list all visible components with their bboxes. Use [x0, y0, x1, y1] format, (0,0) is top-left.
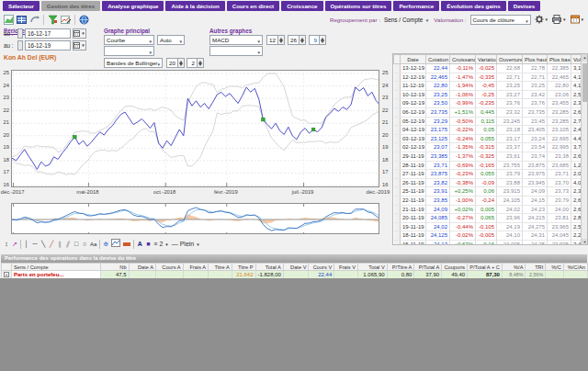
parallel-channel-tool-icon[interactable]: ∥	[63, 240, 73, 249]
quote-row[interactable]: 25-11-1923,91+0,25%0,0623,91524,0923,732…	[394, 187, 583, 197]
quotes-scrollbar[interactable]: ▲ ▼	[581, 54, 587, 245]
scale-select[interactable]: Auto▼	[157, 35, 185, 45]
perf-col-cours_v[interactable]: Cours V	[309, 264, 334, 271]
quote-row[interactable]: 11-12-1922,80-1,94%-0,4523,2523,2522,804…	[394, 82, 583, 91]
perf-col-titre_a[interactable]: Titre A	[209, 264, 232, 271]
perf-col-frais_a[interactable]: Frais A	[183, 264, 209, 271]
perf-col-tri[interactable]: TRI	[526, 264, 546, 271]
au-spinner[interactable]	[17, 40, 23, 51]
perf-col-cours_a[interactable]: Cours A	[155, 264, 183, 271]
scroll-down-icon[interactable]: ▼	[582, 239, 588, 245]
quote-row[interactable]: 27-11-1923,875-0,23%0,05523,7923,97523,7…	[394, 170, 583, 179]
indicator-select[interactable]: MACD▼	[209, 35, 263, 45]
line-style-select[interactable]: — Plein ▼	[172, 240, 200, 250]
export-icon[interactable]	[29, 15, 40, 25]
macd-fast-stepper[interactable]: 12	[266, 35, 285, 45]
columns-button[interactable]: ▼	[571, 15, 584, 24]
parallel-lines-tool-icon[interactable]: ∥	[57, 240, 62, 249]
quote-row[interactable]: 15-11-1924,13+0,67%0,1624,00524,2523,935…	[394, 240, 583, 245]
au-date-input[interactable]	[25, 40, 71, 51]
tab-analyse-graphique[interactable]: Analyse graphique	[102, 1, 164, 11]
quote-row[interactable]: 21-11-1924,09+0,02%0,00524,0224,2324,002…	[394, 205, 583, 214]
du-spinner[interactable]	[17, 28, 23, 39]
perf-col-date_v[interactable]: Date V	[283, 264, 309, 271]
quote-row[interactable]: 10-12-1923,25-1,06%-0,2523,2723,4223,062…	[394, 90, 583, 99]
text-tool-icon[interactable]: Aa	[90, 240, 96, 249]
tab-devises[interactable]: Devises	[508, 1, 540, 11]
perf-col-pct_a[interactable]: %/A	[502, 264, 526, 271]
ellipse-tool-icon[interactable]: ○	[82, 240, 87, 249]
quotes-col-plus-bas[interactable]: Plus bas	[548, 55, 571, 64]
quote-row[interactable]: 12-12-1922,465-1,47%-0,33522,7122,7122,4…	[394, 73, 583, 82]
overlay2-select[interactable]: ▼	[104, 46, 154, 56]
diagonal-down-tool-icon[interactable]: ╲	[40, 240, 46, 249]
diagonal-up-tool-icon[interactable]: ╱	[49, 240, 54, 249]
font-button[interactable]: A	[137, 240, 142, 249]
expand-row-button[interactable]: +	[4, 272, 9, 277]
au-calendar-button[interactable]: ▼	[73, 40, 86, 51]
annotate-chart-icon[interactable]	[111, 239, 120, 250]
indicator2-select[interactable]: ▼	[209, 46, 263, 56]
fill-color-button[interactable]: ■	[145, 240, 151, 249]
regroupement-select[interactable]: Sens / Compte▼	[384, 17, 430, 23]
quotes-col-cotation[interactable]: Cotation	[426, 55, 450, 64]
perf-col-pct_c[interactable]: %/C	[546, 264, 564, 271]
quote-row[interactable]: 29-11-1923,385-1,37%-0,32523,6123,7423,3…	[394, 152, 583, 161]
quotes-col-ouverture[interactable]: Ouverture	[497, 55, 523, 64]
quote-row[interactable]: 05-12-1923,29-0,50%0,11523,24523,4523,28…	[394, 117, 583, 126]
cursor-arrow-icon[interactable]: ↗	[12, 240, 17, 249]
main-chart[interactable]	[11, 70, 379, 187]
move-tool-icon[interactable]: ⊕	[103, 240, 108, 249]
tab-selecteur[interactable]: Sélecteur	[3, 1, 40, 11]
quote-row[interactable]: 22-11-1923,85-1,00%-0,2424,10524,1523,79…	[394, 196, 583, 205]
quotes-col-plus-haut[interactable]: Plus haut	[523, 55, 548, 64]
perf-col-titre_p[interactable]: Titre P	[232, 264, 255, 271]
color-swatch-icon[interactable]	[123, 240, 130, 249]
edit-chart-icon[interactable]	[61, 15, 71, 25]
vertical-line-tool-icon[interactable]: │	[24, 240, 29, 249]
du-date-input[interactable]	[25, 28, 71, 39]
graph-type-select[interactable]: Courbe▼	[104, 35, 154, 45]
macd-signal-stepper[interactable]: 9	[309, 35, 326, 45]
perf-col-coupons[interactable]: Coupons	[442, 264, 468, 271]
bollinger-stddev-stepper[interactable]: 2	[187, 58, 204, 68]
quotes-col-croissance[interactable]: Croissance	[450, 55, 476, 64]
horizontal-line-tool-icon[interactable]: ─	[32, 240, 38, 249]
tab-performance[interactable]: Performance	[393, 1, 439, 11]
tab-gestion-des-titres[interactable]: Gestion des titres	[41, 1, 100, 11]
quote-row[interactable]: 13-12-1922,44-0,11%-0,02522,6822,7822,38…	[394, 64, 583, 73]
quotes-col-variation[interactable]: Variation	[476, 55, 497, 64]
du-calendar-button[interactable]: ▼	[73, 28, 86, 39]
quote-row[interactable]: 19-11-1924,02-0,44%-0,10524,1924,27523,9…	[394, 222, 583, 231]
perf-col-nb[interactable]: Nb	[100, 264, 129, 271]
perf-col-sens[interactable]: Sens / Compte	[12, 264, 101, 271]
perf-col-total_a[interactable]: Total A	[255, 264, 283, 271]
quote-row[interactable]: 28-11-1923,71-0,69%-0,16523,75523,87523,…	[394, 161, 583, 170]
rectangle-tool-icon[interactable]: □	[74, 240, 79, 249]
table-view-icon[interactable]	[17, 15, 27, 25]
perf-col-p_titre_a[interactable]: P/Titre A	[387, 264, 414, 271]
chart-view-icon[interactable]	[4, 15, 14, 25]
filter-icon[interactable]	[48, 15, 58, 25]
bollinger-period-stepper[interactable]: 20	[166, 58, 185, 68]
quote-row[interactable]: 26-11-1923,82-0,38%-0,0923,8823,94523,70…	[394, 178, 583, 187]
quote-row[interactable]: 03-12-1923,125-0,24%0,05523,1723,2422,69…	[394, 134, 583, 143]
quotes-col-date[interactable]: Date	[401, 55, 426, 64]
quote-row[interactable]: 02-12-1923,07-1,35%-0,31523,3723,5422,99…	[394, 143, 583, 152]
perf-col-pct_c_an[interactable]: %/C/An	[563, 264, 587, 271]
perf-col-total_v[interactable]: Total V	[357, 264, 387, 271]
quote-row[interactable]: 09-12-1923,50-0,99%-0,23523,7623,7623,45…	[394, 99, 583, 108]
tab-aide-a-la-decision[interactable]: Aide à la décision	[165, 1, 224, 11]
macd-slow-stepper[interactable]: 26	[288, 35, 306, 45]
bollinger-select[interactable]: Bandes de Bollinger▼	[104, 58, 163, 68]
perf-col-date_a[interactable]: Date A	[129, 264, 155, 271]
valorisation-select[interactable]: Cours de clôture▼	[470, 15, 531, 25]
perf-col-p_total_ac[interactable]: P/Total A + C	[468, 264, 503, 271]
perf-col-p_total_a[interactable]: P/Total A	[414, 264, 442, 271]
tab-evolution-des-gains[interactable]: Évolution des gains	[441, 1, 505, 11]
scrollbar-thumb[interactable]	[582, 63, 587, 102]
macd-chart[interactable]	[11, 203, 379, 234]
tab-cours-en-direct[interactable]: Cours en direct	[227, 1, 279, 11]
tab-croissance[interactable]: Croissance	[281, 1, 322, 11]
globe-icon[interactable]	[79, 15, 89, 25]
